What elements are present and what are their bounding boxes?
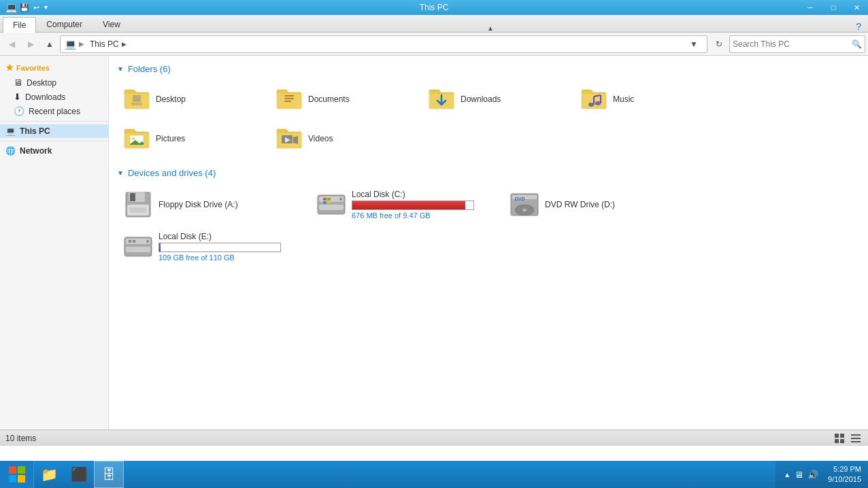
- sidebar-divider-2: [0, 141, 108, 141]
- svg-rect-37: [133, 240, 135, 243]
- up-button[interactable]: ▲: [41, 35, 59, 53]
- address-bar[interactable]: 💻 ▶ This PC ▶ ▼: [60, 35, 707, 53]
- drive-e-bar-fill: [159, 243, 161, 251]
- drives-section-header: ▼ Devices and drives (4): [117, 168, 860, 178]
- svg-rect-44: [851, 441, 861, 442]
- tab-file[interactable]: File: [3, 17, 36, 33]
- sidebar-downloads-label: Downloads: [25, 92, 65, 102]
- help-button[interactable]: ?: [852, 21, 865, 32]
- recent-icon: 🕐: [14, 106, 24, 116]
- svg-rect-35: [126, 247, 150, 252]
- address-pc-icon: 💻: [65, 39, 76, 50]
- sidebar-desktop-label: Desktop: [27, 78, 56, 88]
- folder-documents[interactable]: Documents: [269, 81, 419, 118]
- large-icons-view-button[interactable]: [833, 432, 846, 445]
- tab-view-label: View: [103, 20, 120, 29]
- svg-point-34: [146, 240, 149, 243]
- taskbar-explorer-button[interactable]: 📁: [34, 461, 64, 488]
- systray-up-icon[interactable]: ▲: [784, 471, 790, 478]
- favorites-label: Favorites: [16, 64, 50, 72]
- win-logo-q4: [18, 475, 25, 483]
- sidebar-item-downloads[interactable]: ⬇ Downloads: [0, 90, 108, 104]
- maximize-button[interactable]: □: [822, 0, 845, 15]
- favorites-section[interactable]: ★ Favorites: [0, 60, 108, 75]
- drive-d[interactable]: DVD DVD RW Drive (D:): [503, 185, 694, 224]
- folder-music-icon: [580, 86, 607, 113]
- svg-rect-4: [284, 101, 291, 102]
- taskbar-right: ▲ 🖥 🔊 5:29 PM 9/10/2015: [775, 461, 868, 488]
- svg-rect-23: [323, 198, 327, 201]
- systray-volume-icon[interactable]: 🔊: [807, 470, 818, 480]
- ribbon-collapse-button[interactable]: ▲: [484, 24, 497, 32]
- search-bar[interactable]: 🔍: [729, 35, 865, 53]
- tab-view[interactable]: View: [93, 16, 131, 32]
- quick-dropdown-icon[interactable]: ▼: [43, 4, 49, 11]
- window-title: This PC: [0, 3, 868, 12]
- address-dropdown-button[interactable]: ▼: [685, 35, 703, 53]
- drive-floppy[interactable]: Floppy Disk Drive (A:): [117, 185, 307, 224]
- folder-downloads-icon: [428, 86, 455, 113]
- svg-rect-36: [129, 240, 131, 243]
- quick-undo-icon[interactable]: ↩: [33, 3, 39, 12]
- drive-d-info: DVD RW Drive (D:): [545, 200, 615, 209]
- close-button[interactable]: ✕: [845, 0, 868, 15]
- start-button[interactable]: [0, 461, 34, 488]
- drive-c[interactable]: Local Disk (C:) 676 MB free of 9.47 GB: [310, 185, 501, 224]
- drives-collapse-icon[interactable]: ▼: [117, 169, 124, 177]
- win-logo-q1: [9, 466, 16, 474]
- sidebar-item-network[interactable]: 🌐 Network: [0, 144, 108, 158]
- systray: ▲ 🖥 🔊: [778, 470, 824, 480]
- taskbar: 📁 ⬛ 🗄 ▲ 🖥 🔊 5:29 PM 9/10/2015: [0, 461, 868, 488]
- sidebar-item-desktop[interactable]: 🖥 Desktop: [0, 75, 108, 90]
- sidebar-this-pc-label: This PC: [20, 126, 50, 136]
- folders-collapse-icon[interactable]: ▼: [117, 65, 124, 73]
- svg-rect-3: [284, 98, 294, 99]
- this-pc-icon: 💻: [5, 126, 16, 136]
- folder-videos-label: Videos: [308, 134, 333, 143]
- drive-c-icon: [316, 190, 346, 220]
- back-button[interactable]: ◀: [3, 35, 20, 53]
- forward-icon: ▶: [28, 39, 34, 49]
- floppy-drive-name: Floppy Disk Drive (A:): [158, 200, 238, 209]
- drive-e[interactable]: Local Disk (E:) 109 GB free of 110 GB: [117, 227, 307, 266]
- tab-computer[interactable]: Computer: [36, 16, 93, 32]
- sidebar-item-recent[interactable]: 🕐 Recent places: [0, 104, 108, 118]
- drive-c-bar: [352, 201, 474, 210]
- downloads-icon: ⬇: [14, 92, 21, 102]
- folder-downloads[interactable]: Downloads: [422, 81, 571, 118]
- titlebar-controls: ─ □ ✕: [799, 0, 868, 15]
- refresh-button[interactable]: ↻: [710, 35, 728, 53]
- forward-button[interactable]: ▶: [22, 35, 39, 53]
- drive-e-name: Local Disk (E:): [158, 232, 281, 241]
- sidebar-recent-label: Recent places: [29, 107, 80, 116]
- drive-e-icon: [123, 232, 153, 262]
- address-path: This PC: [90, 39, 119, 49]
- drive-c-free: 676 MB free of 9.47 GB: [352, 211, 474, 220]
- drive-e-bar: [158, 243, 281, 252]
- folder-desktop[interactable]: Desktop: [117, 81, 267, 118]
- desktop-icon: 🖥: [14, 77, 22, 88]
- search-icon[interactable]: 🔍: [852, 39, 862, 49]
- quick-save-icon[interactable]: 💾: [20, 3, 29, 12]
- drive-e-info: Local Disk (E:) 109 GB free of 110 GB: [158, 232, 281, 262]
- address-dropdown-icon: ▼: [690, 39, 698, 49]
- win-logo-q3: [9, 475, 16, 483]
- minimize-button[interactable]: ─: [799, 0, 822, 15]
- svg-point-31: [522, 209, 527, 211]
- svg-rect-2: [284, 95, 294, 97]
- folder-pictures[interactable]: Pictures: [117, 120, 267, 157]
- search-input[interactable]: [733, 39, 852, 49]
- sidebar-item-this-pc[interactable]: 💻 This PC: [0, 124, 108, 138]
- taskbar-filemanager-button[interactable]: 🗄: [94, 461, 124, 488]
- folder-music[interactable]: Music: [574, 81, 724, 118]
- address-expand-icon[interactable]: ▶: [122, 41, 127, 48]
- system-clock[interactable]: 5:29 PM 9/10/2015: [824, 464, 865, 485]
- taskbar-terminal-button[interactable]: ⬛: [64, 461, 94, 488]
- details-view-button[interactable]: [849, 432, 863, 445]
- systray-network-icon[interactable]: 🖥: [795, 470, 803, 480]
- drive-d-name: DVD RW Drive (D:): [545, 200, 615, 209]
- sidebar-network-label: Network: [20, 146, 52, 156]
- folder-videos[interactable]: Videos: [269, 120, 419, 157]
- svg-rect-43: [851, 438, 861, 439]
- folder-downloads-label: Downloads: [461, 94, 501, 104]
